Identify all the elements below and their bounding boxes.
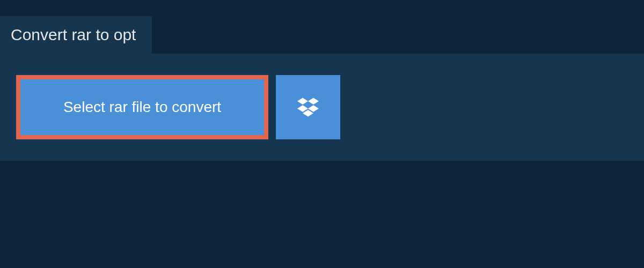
select-file-label: Select rar file to convert [63, 99, 221, 116]
select-file-button[interactable]: Select rar file to convert [16, 75, 268, 139]
tab-title[interactable]: Convert rar to opt [0, 16, 152, 54]
tab-header: Convert rar to opt [0, 16, 152, 54]
dropbox-button[interactable] [276, 75, 340, 139]
action-panel: Select rar file to convert [0, 54, 644, 161]
dropbox-icon [296, 95, 320, 119]
